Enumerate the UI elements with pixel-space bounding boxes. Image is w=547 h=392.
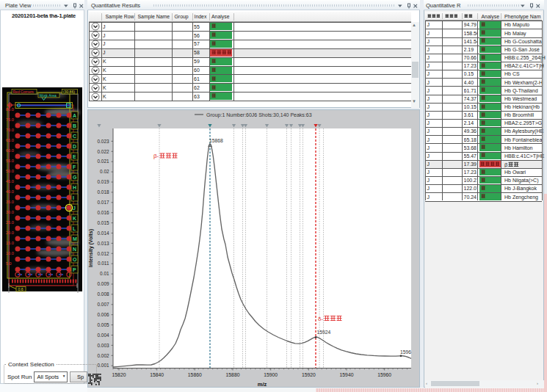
- svg-text:Intensity (Volts): Intensity (Volts): [88, 229, 94, 267]
- svg-text:Red Corners: Red Corners: [13, 90, 35, 94]
- svg-text:0.004: 0.004: [98, 333, 109, 338]
- svg-text:0.011: 0.011: [98, 261, 109, 266]
- svg-text:50.0: 50.0: [6, 169, 14, 173]
- svg-text:0.003: 0.003: [98, 343, 109, 348]
- svg-text:0.002: 0.002: [98, 353, 109, 358]
- svg-text:5.0: 5.0: [6, 261, 12, 266]
- svg-text:15820: 15820: [112, 372, 126, 377]
- svg-text:65.0: 65.0: [6, 138, 14, 142]
- svg-text:0.023: 0.023: [98, 139, 109, 144]
- svg-text:K: K: [73, 216, 76, 221]
- svg-text:I: I: [73, 195, 74, 200]
- svg-text:(30,86): (30,86): [63, 90, 75, 94]
- svg-text:C: C: [73, 134, 76, 139]
- svg-text:15880: 15880: [226, 372, 240, 377]
- svg-text:m/z: m/z: [258, 381, 267, 387]
- svg-text:15940: 15940: [340, 372, 354, 377]
- svg-text:Group:1 Number:60J6 Shots:30,1: Group:1 Number:60J6 Shots:30,140 Peaks:6…: [206, 112, 312, 118]
- svg-text:E: E: [73, 154, 76, 159]
- svg-text:0.021: 0.021: [98, 159, 109, 164]
- svg-text:0.017: 0.017: [98, 200, 109, 205]
- svg-text:0.005: 0.005: [98, 322, 109, 327]
- svg-text:15.0: 15.0: [6, 241, 14, 245]
- svg-text:45.0: 45.0: [6, 179, 14, 184]
- svg-text:0.009: 0.009: [98, 281, 109, 286]
- svg-text:H: H: [73, 185, 76, 190]
- svg-text:F: F: [73, 164, 76, 170]
- svg-text:0.02: 0.02: [100, 169, 109, 174]
- svg-text:β: β: [504, 161, 508, 167]
- svg-text:O: O: [73, 257, 77, 262]
- svg-text:60.0: 60.0: [6, 148, 14, 153]
- svg-text:15900: 15900: [264, 372, 278, 377]
- svg-text:0.012: 0.012: [98, 251, 109, 256]
- svg-text:40.0: 40.0: [6, 189, 14, 194]
- svg-text:20.0: 20.0: [6, 231, 14, 235]
- svg-text:15860: 15860: [188, 372, 202, 377]
- svg-text:A: A: [73, 113, 76, 118]
- svg-text:δ-: δ-: [318, 316, 323, 322]
- svg-text:P: P: [73, 267, 76, 272]
- svg-text:70.0: 70.0: [6, 128, 14, 132]
- svg-text:0.022: 0.022: [98, 149, 109, 154]
- svg-text:1596: 1596: [400, 349, 411, 355]
- svg-text:15924: 15924: [317, 330, 331, 335]
- svg-text:55.0: 55.0: [6, 159, 14, 163]
- svg-text:0.001: 0.001: [98, 363, 109, 368]
- svg-text:80.0: 80.0: [6, 107, 14, 112]
- svg-text:0.016: 0.016: [98, 210, 109, 215]
- svg-text:0.013: 0.013: [98, 241, 109, 246]
- svg-text:75.0: 75.0: [6, 117, 14, 122]
- svg-text:N: N: [73, 247, 76, 252]
- svg-text:M: M: [73, 236, 77, 242]
- svg-text:0.008: 0.008: [98, 291, 109, 297]
- svg-text:0,6: 0,6: [18, 287, 23, 291]
- svg-text:0.018: 0.018: [98, 189, 109, 195]
- svg-text:0.014: 0.014: [98, 231, 109, 236]
- svg-text:Work Area: Work Area: [40, 93, 57, 98]
- svg-text:25.0: 25.0: [6, 220, 14, 225]
- svg-text:D: D: [73, 144, 76, 149]
- svg-text:β-: β-: [153, 153, 159, 159]
- svg-text:30.0: 30.0: [6, 210, 14, 214]
- svg-text:15960: 15960: [377, 372, 391, 377]
- svg-text:0.007: 0.007: [98, 302, 109, 307]
- svg-text:15920: 15920: [302, 372, 316, 377]
- svg-text:L: L: [73, 226, 76, 231]
- svg-text:15868: 15868: [209, 138, 223, 143]
- svg-text:0.015: 0.015: [98, 220, 109, 225]
- svg-text:35.0: 35.0: [6, 200, 14, 204]
- svg-text:0.01: 0.01: [100, 271, 109, 276]
- svg-text:0.019: 0.019: [98, 179, 109, 184]
- svg-text:B: B: [73, 123, 76, 128]
- svg-text:10.0: 10.0: [6, 251, 14, 255]
- svg-text:15840: 15840: [150, 372, 164, 377]
- svg-text:J: J: [73, 206, 76, 211]
- svg-text:G: G: [73, 175, 77, 180]
- svg-text:0.006: 0.006: [98, 312, 109, 317]
